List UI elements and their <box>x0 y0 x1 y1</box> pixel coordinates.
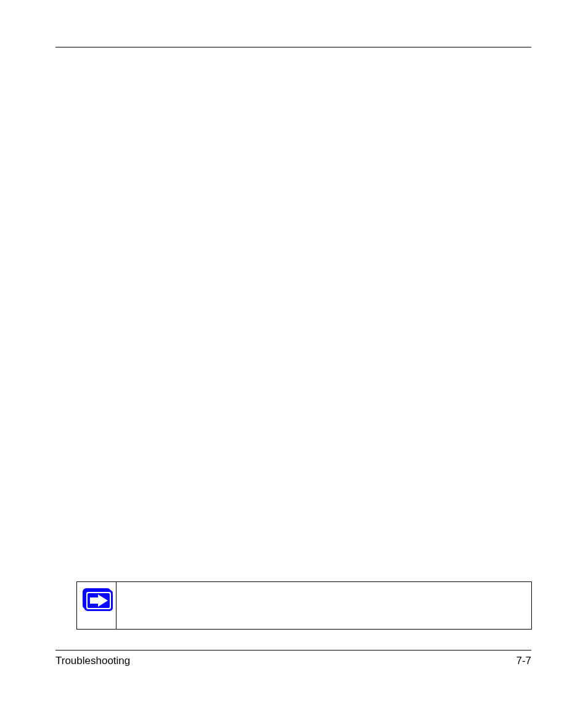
footer-divider-line <box>55 650 531 651</box>
arrow-right-note-icon <box>83 588 111 609</box>
note-callout-box <box>76 581 532 630</box>
document-page: Troubleshooting 7-7 <box>0 0 588 706</box>
callout-icon-cell <box>77 582 116 629</box>
arrow-svg <box>84 590 113 611</box>
footer-page-number: 7-7 <box>516 655 531 667</box>
footer-row: Troubleshooting 7-7 <box>55 655 531 667</box>
callout-text-cell <box>116 582 531 629</box>
header-divider-line <box>55 47 531 47</box>
footer-section-label: Troubleshooting <box>55 655 130 667</box>
